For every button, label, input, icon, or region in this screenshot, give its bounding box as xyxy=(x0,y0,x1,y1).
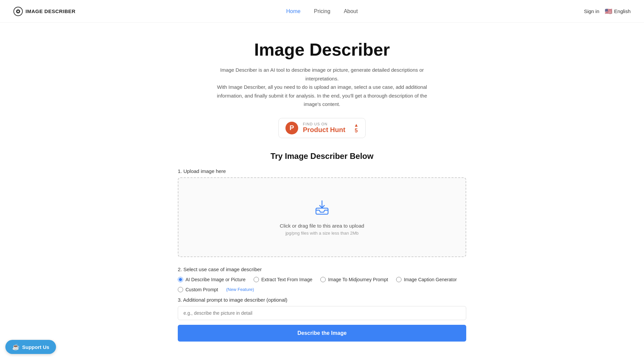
nav-about[interactable]: About xyxy=(344,8,358,14)
radio-midjourney[interactable]: Image To Midjourney Prompt xyxy=(320,277,388,282)
hero-subtitle: Image Describer is an AI tool to describ… xyxy=(208,66,436,109)
upload-icon xyxy=(313,199,331,218)
upload-area[interactable]: Click or drag file to this area to uploa… xyxy=(178,177,466,257)
navbar-right: Sign in 🇺🇸 English xyxy=(584,8,631,15)
use-case-label: 2. Select use case of image describer xyxy=(178,266,466,272)
support-us-button[interactable]: ☕ Support Us xyxy=(5,340,56,354)
logo-icon xyxy=(13,7,23,16)
product-hunt-badge[interactable]: P FIND US ON Product Hunt ▲ 5 xyxy=(278,118,366,138)
prompt-input[interactable] xyxy=(178,306,466,320)
upload-drag-text: Click or drag file to this area to uploa… xyxy=(280,223,364,229)
heart-icon: ☕ xyxy=(12,343,19,351)
radio-midjourney-label: Image To Midjourney Prompt xyxy=(328,277,388,282)
sign-in-link[interactable]: Sign in xyxy=(584,8,599,14)
radio-midjourney-input[interactable] xyxy=(320,277,326,282)
hero-title: Image Describer xyxy=(178,40,466,60)
nav-home[interactable]: Home xyxy=(286,8,301,14)
ph-vote-count: 5 xyxy=(355,128,358,134)
main-content: Image Describer Image Describer is an AI… xyxy=(171,23,473,362)
ph-logo: P xyxy=(285,122,298,134)
radio-custom-label: Custom Prompt xyxy=(185,287,218,292)
ph-text: FIND US ON Product Hunt xyxy=(303,122,345,134)
language-selector[interactable]: 🇺🇸 English xyxy=(605,8,631,15)
logo[interactable]: IMAGE DESCRIBER xyxy=(13,7,75,16)
nav-pricing[interactable]: Pricing xyxy=(314,8,330,14)
radio-extract-text-input[interactable] xyxy=(254,277,259,282)
navbar: IMAGE DESCRIBER Home Pricing About Sign … xyxy=(0,0,644,23)
ph-votes: ▲ 5 xyxy=(354,122,359,134)
svg-point-2 xyxy=(17,10,19,12)
ph-name: Product Hunt xyxy=(303,126,345,134)
logo-text: IMAGE DESCRIBER xyxy=(25,8,75,14)
radio-caption-input[interactable] xyxy=(396,277,401,282)
svg-rect-3 xyxy=(316,208,328,214)
flag-icon: 🇺🇸 xyxy=(605,8,612,15)
use-case-radio-group-2: Custom Prompt (New Feature) xyxy=(178,287,466,292)
ph-arrow-icon: ▲ xyxy=(354,122,359,128)
language-label: English xyxy=(614,8,631,14)
radio-caption[interactable]: Image Caption Generator xyxy=(396,277,457,282)
submit-button[interactable]: Describe the Image xyxy=(178,325,466,342)
new-feature-badge: (New Feature) xyxy=(226,287,254,292)
upload-label: 1. Upload image here xyxy=(178,168,466,174)
use-case-radio-group: AI Describe Image or Picture Extract Tex… xyxy=(178,277,466,282)
hero-subtitle-line2: With Image Describer, all you need to do… xyxy=(217,84,427,107)
ph-find-us: FIND US ON xyxy=(303,122,345,126)
radio-custom-input[interactable] xyxy=(178,287,183,292)
product-hunt-section: P FIND US ON Product Hunt ▲ 5 xyxy=(178,118,466,138)
radio-caption-label: Image Caption Generator xyxy=(404,277,457,282)
upload-hint: jpg/png files with a size less than 2Mb xyxy=(285,231,359,236)
support-us-label: Support Us xyxy=(22,344,49,350)
radio-ai-describe-input[interactable] xyxy=(178,277,183,282)
hero-subtitle-line1: Image Describer is an AI tool to describ… xyxy=(220,67,424,81)
radio-ai-describe[interactable]: AI Describe Image or Picture xyxy=(178,277,246,282)
try-section-title: Try Image Describer Below xyxy=(178,152,466,161)
radio-extract-text-label: Extract Text From Image xyxy=(261,277,312,282)
prompt-label: 3. Additional prompt to image describer … xyxy=(178,297,466,303)
radio-ai-describe-label: AI Describe Image or Picture xyxy=(185,277,246,282)
nav-links: Home Pricing About xyxy=(286,8,358,14)
radio-extract-text[interactable]: Extract Text From Image xyxy=(254,277,312,282)
radio-custom[interactable]: Custom Prompt xyxy=(178,287,218,292)
